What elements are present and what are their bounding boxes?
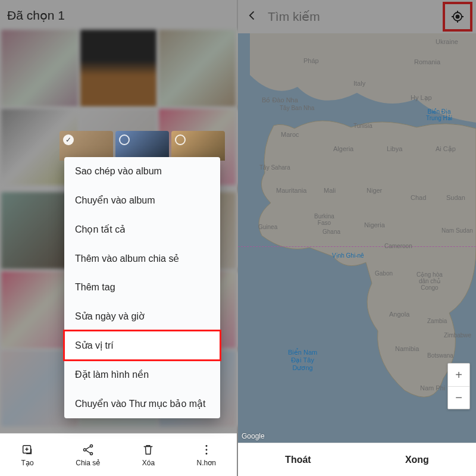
thumb[interactable] xyxy=(1,30,78,107)
svg-point-3 xyxy=(90,452,92,455)
menu-item-1[interactable]: Chuyển vào album xyxy=(64,186,220,215)
map-label: Tây Ban Nha xyxy=(280,105,314,111)
thumb[interactable] xyxy=(159,30,236,107)
map-label: Algeria xyxy=(333,145,353,152)
svg-point-1 xyxy=(90,444,92,447)
map-label: Tunisia xyxy=(353,123,372,129)
map-label: Cộng hòadân chủCongo xyxy=(416,271,443,291)
map-label: Mali xyxy=(324,187,336,194)
map-label: Gabon xyxy=(375,270,393,277)
map-label: Ghana xyxy=(322,228,340,235)
map-label: Namibia xyxy=(395,345,419,352)
svg-point-4 xyxy=(205,445,207,447)
map-label: Biển ĐịaTrung Hải xyxy=(426,108,452,121)
map-label: Ukraine xyxy=(436,38,458,45)
map-label: Nam Sudan xyxy=(441,227,473,234)
context-menu: Sao chép vào albumChuyển vào albumChọn t… xyxy=(64,157,220,418)
map-label: Guinea xyxy=(258,224,277,230)
map-label: Pháp xyxy=(303,57,319,64)
map-label: Romania xyxy=(414,58,440,65)
svg-point-8 xyxy=(456,15,459,18)
menu-item-6[interactable]: Sửa vị trí xyxy=(64,331,220,360)
menu-item-2[interactable]: Chọn tất cả xyxy=(64,215,220,244)
menu-item-8[interactable]: Chuyển vào Thư mục bảo mật xyxy=(64,389,220,418)
map-label: Nigeria xyxy=(364,221,385,228)
map[interactable]: UkrainePhápRomaniaItalyBồ Đào NhaTây Ban… xyxy=(238,33,476,443)
more-button[interactable]: N.hơn xyxy=(197,443,216,467)
check-icon: ✓ xyxy=(63,134,74,145)
bottom-toolbar: Tạo Chia sẻ Xóa N.hơn xyxy=(0,433,237,476)
delete-button[interactable]: Xóa xyxy=(142,443,155,467)
map-label: Ai Cập xyxy=(436,145,456,153)
zoom-control: + − xyxy=(447,363,470,409)
map-label: Sudan xyxy=(446,194,465,201)
map-credit: Google xyxy=(242,432,265,440)
map-header: Tìm kiếm xyxy=(238,0,476,33)
ring-icon xyxy=(175,134,186,145)
map-label: Libya xyxy=(387,145,402,152)
menu-item-3[interactable]: Thêm vào album chia sẻ xyxy=(64,244,220,273)
map-label: Maroc xyxy=(281,131,299,138)
left-pane: Đã chọn 1 7 Th3 ✓ xyxy=(0,0,238,476)
right-pane: Tìm kiếm UkrainePhápRomaniaItalyBồ Đào N… xyxy=(238,0,476,476)
map-label: Botswana xyxy=(427,352,453,359)
map-label: Cameroon xyxy=(384,243,412,249)
share-label: Chia sẻ xyxy=(76,459,100,467)
map-label: Nam Phi xyxy=(420,384,445,392)
menu-item-5[interactable]: Sửa ngày và giờ xyxy=(64,302,220,331)
share-icon xyxy=(82,443,95,456)
map-label: BurkinaFaso xyxy=(314,213,334,226)
svg-point-6 xyxy=(205,452,207,454)
svg-point-5 xyxy=(205,449,207,450)
create-button[interactable]: Tạo xyxy=(21,443,34,467)
search-label[interactable]: Tìm kiếm xyxy=(268,10,438,24)
thumb[interactable] xyxy=(80,30,157,107)
map-label: Vịnh Ghi-nê xyxy=(332,252,364,259)
map-label: Italy xyxy=(353,80,365,87)
zoom-in-button[interactable]: + xyxy=(448,364,469,386)
selected-thumb[interactable]: ✓ xyxy=(60,131,113,161)
locate-button[interactable] xyxy=(445,4,470,29)
create-icon xyxy=(21,443,34,456)
back-button[interactable] xyxy=(244,8,261,25)
map-footer: Thoát Xong xyxy=(238,443,476,476)
create-label: Tạo xyxy=(21,459,34,467)
menu-item-0[interactable]: Sao chép vào album xyxy=(64,157,220,186)
delete-label: Xóa xyxy=(142,459,155,467)
unselected-thumb[interactable] xyxy=(171,131,225,161)
equator-line xyxy=(238,246,476,247)
map-label: Hy Lạp xyxy=(411,94,432,102)
selection-strip: ✓ xyxy=(60,131,225,161)
map-label: Zimbabwe xyxy=(444,332,471,339)
map-label: Niger xyxy=(367,187,382,194)
share-button[interactable]: Chia sẻ xyxy=(76,443,100,467)
zoom-out-button[interactable]: − xyxy=(448,386,469,409)
trash-icon xyxy=(142,443,155,456)
unselected-thumb[interactable] xyxy=(115,131,169,161)
map-label: Mauritania xyxy=(276,187,306,194)
more-label: N.hơn xyxy=(197,459,216,467)
map-label: Chad xyxy=(411,194,426,201)
svg-point-2 xyxy=(83,448,86,450)
map-label: Biển NamĐại TâyDương xyxy=(288,349,317,372)
more-icon xyxy=(200,443,213,456)
map-label: Bồ Đào Nha xyxy=(262,96,298,104)
done-button[interactable]: Xong xyxy=(405,455,429,465)
ring-icon xyxy=(119,134,130,145)
menu-item-7[interactable]: Đặt làm hình nền xyxy=(64,360,220,389)
map-label: Angola xyxy=(389,311,409,318)
cancel-button[interactable]: Thoát xyxy=(285,455,311,465)
selection-title: Đã chọn 1 xyxy=(0,0,237,29)
map-label: Tây Sahara xyxy=(259,164,290,171)
menu-item-4[interactable]: Thêm tag xyxy=(64,273,220,302)
map-label: Zambia xyxy=(427,318,447,324)
